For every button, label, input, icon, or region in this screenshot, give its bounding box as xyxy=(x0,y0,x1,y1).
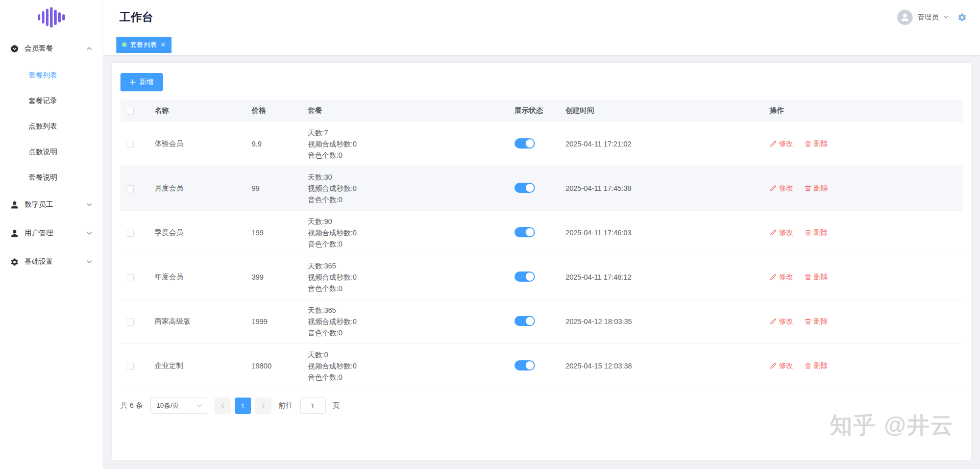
close-icon[interactable] xyxy=(160,42,166,47)
row-checkbox[interactable] xyxy=(127,141,134,148)
edit-button[interactable]: 修改 xyxy=(770,317,793,326)
cell-name: 体验会员 xyxy=(149,122,246,166)
page-size-select[interactable]: 10条/页 xyxy=(150,398,207,414)
sidebar-item-package-list[interactable]: 套餐列表 xyxy=(0,63,103,88)
toggle-knob xyxy=(526,184,534,192)
package-line-voice-count: 音色个数:0 xyxy=(308,327,502,338)
package-line-days: 天数:7 xyxy=(308,127,502,138)
tag-label: 套餐列表 xyxy=(130,40,157,50)
cell-price: 1999 xyxy=(246,300,302,344)
delete-button[interactable]: 删除 xyxy=(804,317,828,326)
sidebar-item-member-packages[interactable]: 会员套餐 xyxy=(0,34,103,63)
row-checkbox[interactable] xyxy=(127,363,134,370)
edit-button[interactable]: 修改 xyxy=(770,184,793,193)
main-content: 新增 名称 价格 套餐 展示状态 创建时间 xyxy=(103,56,980,469)
cell-actions: 修改 删除 xyxy=(764,300,963,344)
edit-button[interactable]: 修改 xyxy=(770,228,793,237)
add-button[interactable]: 新增 xyxy=(120,73,163,91)
avatar[interactable] xyxy=(897,10,913,25)
row-checkbox[interactable] xyxy=(127,274,134,281)
column-header-actions: 操作 xyxy=(764,100,963,122)
plus-icon xyxy=(130,79,136,85)
cell-status xyxy=(508,300,559,344)
cell-package: 天数:365 视频合成秒数:0 音色个数:0 xyxy=(302,255,508,300)
sidebar-item-points-list[interactable]: 点数列表 xyxy=(0,114,103,139)
column-header-package: 套餐 xyxy=(302,100,508,122)
sidebar-item-basic-settings[interactable]: 基础设置 xyxy=(0,248,103,276)
cell-name: 企业定制 xyxy=(149,344,246,388)
watermark: 知乎 @井云 xyxy=(830,410,954,440)
sidebar-item-label: 用户管理 xyxy=(24,229,53,238)
package-line-voice-count: 音色个数:0 xyxy=(308,238,502,250)
chevron-down-icon xyxy=(86,230,92,236)
status-toggle[interactable] xyxy=(514,138,535,149)
sidebar-item-label: 数字员工 xyxy=(24,200,53,209)
row-checkbox[interactable] xyxy=(127,318,134,326)
page-size-value: 10条/页 xyxy=(157,401,179,410)
delete-button[interactable]: 删除 xyxy=(804,228,828,237)
delete-button[interactable]: 删除 xyxy=(804,139,828,149)
edit-label: 修改 xyxy=(779,228,793,237)
packages-table: 名称 价格 套餐 展示状态 创建时间 操作 体验会员 9.9 天数:7 视频合成… xyxy=(120,100,963,388)
page-number-button[interactable]: 1 xyxy=(235,398,251,414)
cell-created: 2025-04-12 18:03:35 xyxy=(559,300,764,344)
sidebar-item-user-management[interactable]: 用户管理 xyxy=(0,219,103,248)
delete-button[interactable]: 删除 xyxy=(804,273,828,282)
edit-icon xyxy=(770,229,777,236)
row-checkbox[interactable] xyxy=(127,230,134,237)
table-row: 季度会员 199 天数:90 视频合成秒数:0 音色个数:0 2025-04-1… xyxy=(120,211,963,255)
table-row: 年度会员 399 天数:365 视频合成秒数:0 音色个数:0 2025-04-… xyxy=(120,255,963,300)
select-all-checkbox[interactable] xyxy=(127,108,134,115)
sidebar-item-points-description[interactable]: 点数说明 xyxy=(0,139,103,165)
user-menu[interactable]: 管理员 xyxy=(897,10,967,25)
audio-waveform-logo-icon xyxy=(38,7,65,28)
gear-icon[interactable] xyxy=(958,13,967,22)
prev-page-button[interactable] xyxy=(214,398,231,414)
tab-package-list[interactable]: 套餐列表 xyxy=(116,37,172,53)
table-row: 商家高级版 1999 天数:365 视频合成秒数:0 音色个数:0 2025-0… xyxy=(120,300,963,344)
sidebar-item-package-records[interactable]: 套餐记录 xyxy=(0,88,103,114)
cell-created: 2025-04-15 12:03:38 xyxy=(559,344,764,388)
cell-name: 年度会员 xyxy=(149,255,246,300)
status-toggle[interactable] xyxy=(514,227,535,237)
cell-actions: 修改 删除 xyxy=(764,211,963,255)
cell-price: 19800 xyxy=(246,344,302,388)
table-header-row: 名称 价格 套餐 展示状态 创建时间 操作 xyxy=(120,100,963,122)
column-header-created: 创建时间 xyxy=(559,100,764,122)
cell-price: 9.9 xyxy=(246,122,302,166)
delete-label: 删除 xyxy=(814,184,828,193)
top-header: 工作台 管理员 xyxy=(103,0,980,34)
status-toggle[interactable] xyxy=(514,271,535,282)
package-line-days: 天数:30 xyxy=(308,171,502,183)
sidebar-item-digital-staff[interactable]: 数字员工 xyxy=(0,190,103,219)
cell-created: 2025-04-11 17:45:38 xyxy=(559,166,764,211)
app-logo[interactable] xyxy=(0,0,103,34)
edit-button[interactable]: 修改 xyxy=(770,139,793,149)
goto-page-input[interactable] xyxy=(300,398,326,414)
package-line-voice-count: 音色个数:0 xyxy=(308,194,502,205)
sidebar-item-package-description[interactable]: 套餐说明 xyxy=(0,165,103,190)
toggle-knob xyxy=(526,361,534,369)
toggle-knob xyxy=(526,228,534,236)
delete-label: 删除 xyxy=(814,317,828,326)
status-toggle[interactable] xyxy=(514,316,535,326)
status-toggle[interactable] xyxy=(514,183,535,193)
package-line-video-seconds: 视频合成秒数:0 xyxy=(308,271,502,283)
row-checkbox[interactable] xyxy=(127,185,134,192)
sidebar-item-label: 基础设置 xyxy=(24,257,53,266)
delete-button[interactable]: 删除 xyxy=(804,184,828,193)
column-header-price: 价格 xyxy=(246,100,302,122)
edit-label: 修改 xyxy=(779,361,793,371)
edit-button[interactable]: 修改 xyxy=(770,361,793,371)
next-page-button[interactable] xyxy=(255,398,272,414)
delete-label: 删除 xyxy=(814,139,828,149)
add-button-label: 新增 xyxy=(139,78,154,87)
status-toggle[interactable] xyxy=(514,360,535,371)
table-row: 体验会员 9.9 天数:7 视频合成秒数:0 音色个数:0 2025-04-11… xyxy=(120,122,963,166)
edit-label: 修改 xyxy=(779,317,793,326)
cell-status xyxy=(508,255,559,300)
edit-button[interactable]: 修改 xyxy=(770,273,793,282)
table-body: 体验会员 9.9 天数:7 视频合成秒数:0 音色个数:0 2025-04-11… xyxy=(120,122,963,388)
package-line-video-seconds: 视频合成秒数:0 xyxy=(308,360,502,372)
delete-button[interactable]: 删除 xyxy=(804,361,828,371)
